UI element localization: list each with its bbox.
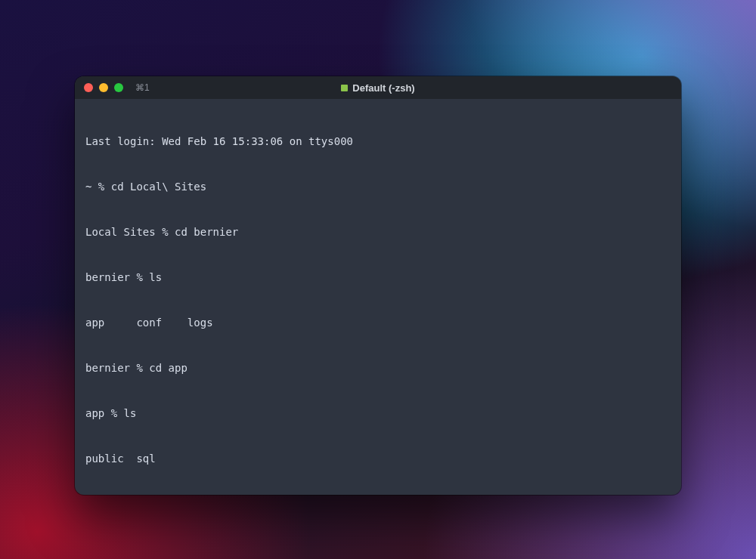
terminal-window: ⌘1 Default (-zsh) Last login: Wed Feb 16… xyxy=(75,76,681,495)
term-line: bernier % ls xyxy=(85,270,671,285)
term-line: public sql xyxy=(85,451,671,466)
zoom-icon[interactable] xyxy=(114,83,123,92)
window-title-text: Default (-zsh) xyxy=(352,82,414,94)
close-icon[interactable] xyxy=(84,83,93,92)
session-active-icon xyxy=(341,85,348,91)
minimize-icon[interactable] xyxy=(99,83,108,92)
term-line: bernier % cd app xyxy=(85,360,671,375)
term-line: ~ % cd Local\ Sites xyxy=(85,179,671,194)
last-login-line: Last login: Wed Feb 16 15:33:06 on ttys0… xyxy=(85,134,671,149)
traffic-lights xyxy=(84,83,123,92)
term-line: app conf logs xyxy=(85,315,671,330)
terminal-viewport[interactable]: Last login: Wed Feb 16 15:33:06 on ttys0… xyxy=(75,99,681,495)
titlebar[interactable]: ⌘1 Default (-zsh) xyxy=(75,76,681,99)
tab-indicator: ⌘1 xyxy=(135,82,150,93)
term-line: app % ls xyxy=(85,406,671,421)
window-title: Default (-zsh) xyxy=(75,82,681,94)
term-line: Local Sites % cd bernier xyxy=(85,224,671,239)
